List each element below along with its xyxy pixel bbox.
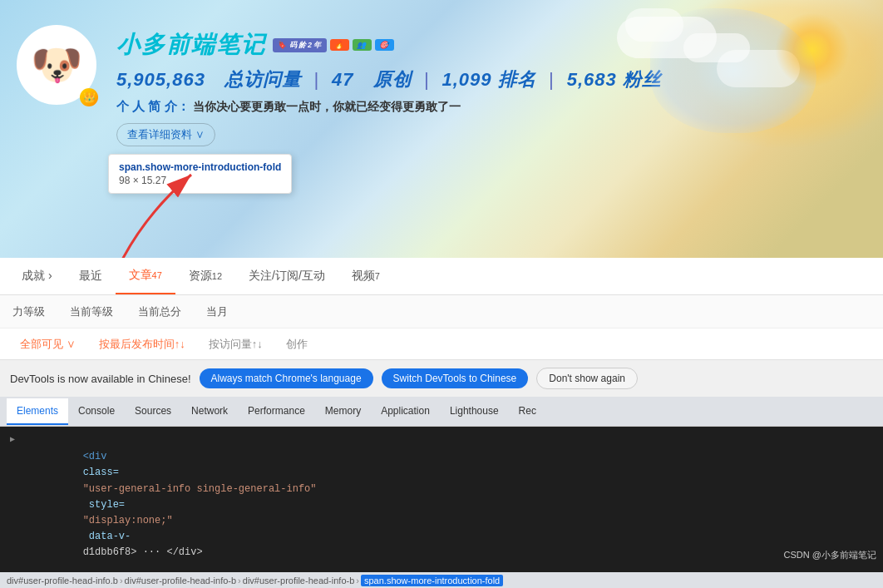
sub-tabs-row: 全部可见 ∨ 按最后发布时间↑↓ 按访问量↑↓ 创作 xyxy=(0,329,883,360)
csdn-watermark: CSDN @小多前端笔记 xyxy=(784,549,876,561)
profile-background: 🐶 👑 小多前端笔记 🔖 码龄2年 🔥 👥 🎯 5,905,863 总访问量 | xyxy=(0,0,883,258)
tab-videos[interactable]: 视频7 xyxy=(338,259,393,294)
match-language-button[interactable]: Always match Chrome's language xyxy=(200,368,373,388)
badge-icon-3: 🎯 xyxy=(375,39,394,51)
subtab-all-visible[interactable]: 全部可见 ∨ xyxy=(8,329,87,360)
devtools-tab-performance[interactable]: Performance xyxy=(238,398,315,425)
devtools-tab-sources[interactable]: Sources xyxy=(125,398,181,425)
devtools-breadcrumb: div#user-profile-head-info.b › div#user-… xyxy=(0,572,883,588)
bio-row: 个 人 简 介： 当你决心要更勇敢一点时，你就已经变得更勇敢了一 xyxy=(116,99,661,115)
devtools-tab-application[interactable]: Application xyxy=(371,398,440,425)
view-profile-button[interactable]: 查看详细资料 ∨ xyxy=(116,123,215,146)
subtab-sort-views[interactable]: 按访问量↑↓ xyxy=(197,329,274,360)
devtools-tab-console[interactable]: Console xyxy=(68,398,125,425)
tooltip-size: 98 × 15.27 xyxy=(119,175,281,186)
devtools-tab-memory[interactable]: Memory xyxy=(315,398,371,425)
breadcrumb-item-3: div#user-profile-head-info-b xyxy=(243,576,355,586)
avatar-badge: 👑 xyxy=(80,88,98,106)
tab-follow[interactable]: 关注/订阅/互动 xyxy=(235,259,338,294)
code-line-1: ▶ <div class= "user-general-info single-… xyxy=(10,433,873,577)
stats-row: 5,905,863 总访问量 | 47 原创 | 1,099 排名 | 5,68… xyxy=(116,67,661,92)
tab-recent[interactable]: 最近 xyxy=(66,259,116,294)
tab-resources[interactable]: 资源12 xyxy=(175,259,235,294)
coding-years-badge: 🔖 码龄2年 xyxy=(273,38,327,52)
tab-articles[interactable]: 文章47 xyxy=(116,258,175,294)
element-tooltip: span.show-more-introduction-fold 98 × 15… xyxy=(108,154,292,194)
tooltip-class-name: span.show-more-introduction-fold xyxy=(119,161,281,173)
devtools-tab-rec[interactable]: Rec xyxy=(509,398,546,425)
devtools-tab-network[interactable]: Network xyxy=(181,398,238,425)
breadcrumb-item-1: div#user-profile-head-info.b xyxy=(7,576,118,586)
badge-icon-1: 🔥 xyxy=(330,39,349,51)
devtools-tab-lighthouse[interactable]: Lighthouse xyxy=(440,398,509,425)
notify-text: DevTools is now available in Chinese! xyxy=(10,373,191,385)
subtab-sort-time[interactable]: 按最后发布时间↑↓ xyxy=(87,329,197,360)
profile-name: 小多前端笔记 🔖 码龄2年 🔥 👥 🎯 xyxy=(116,29,661,61)
tab-achievements[interactable]: 成就 › xyxy=(8,259,66,294)
profile-content: 🐶 👑 小多前端笔记 🔖 码龄2年 🔥 👥 🎯 5,905,863 总访问量 | xyxy=(17,25,661,146)
subtab-create[interactable]: 创作 xyxy=(274,329,319,360)
badge-icon-2: 👥 xyxy=(353,39,372,51)
power-label-month: 当月 xyxy=(206,304,228,319)
devtools-notification-bar: DevTools is now available in Chinese! Al… xyxy=(0,360,883,397)
power-label-total: 当前总分 xyxy=(138,304,181,319)
avatar-container: 🐶 👑 xyxy=(17,25,100,108)
profile-name-icons: 🔖 码龄2年 🔥 👥 🎯 xyxy=(273,38,394,52)
devtools-panel: ▶ <div class= "user-general-info single-… xyxy=(0,427,883,588)
breadcrumb-item-4-highlighted: span.show-more-introduction-fold xyxy=(361,575,503,586)
switch-to-chinese-button[interactable]: Switch DevTools to Chinese xyxy=(382,368,529,388)
devtools-tabs-bar: Elements Console Sources Network Perform… xyxy=(0,397,883,427)
code-area: ▶ <div class= "user-general-info single-… xyxy=(0,427,883,588)
power-label-current: 当前等级 xyxy=(70,304,113,319)
dont-show-again-button[interactable]: Don't show again xyxy=(536,368,638,389)
devtools-tab-elements[interactable]: Elements xyxy=(7,398,68,425)
profile-info: 小多前端笔记 🔖 码龄2年 🔥 👥 🎯 5,905,863 总访问量 | 47 … xyxy=(116,25,661,146)
breadcrumb-item-2: div#user-profile-head-info-b xyxy=(125,576,237,586)
power-label-level: 力等级 xyxy=(12,304,45,319)
site-tabs: 成就 › 最近 文章47 资源12 关注/订阅/互动 视频7 xyxy=(0,258,883,295)
power-row: 力等级 当前等级 当前总分 当月 xyxy=(0,295,883,329)
